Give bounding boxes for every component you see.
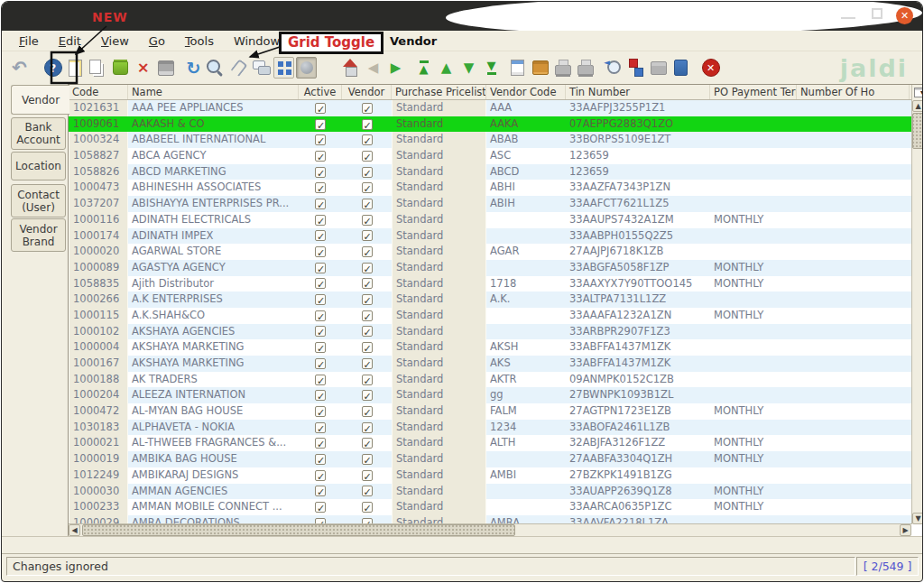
column-header[interactable]: PO Payment Term	[710, 85, 797, 99]
cell-pricelist[interactable]: Standard	[392, 244, 486, 260]
end-window-icon[interactable]	[700, 57, 721, 79]
cell-vendor_code[interactable]	[486, 451, 566, 467]
cell-active[interactable]	[299, 276, 342, 292]
cell-vendor[interactable]	[342, 116, 392, 133]
cell-vendor[interactable]	[342, 308, 392, 324]
cell-code[interactable]: 1000167	[69, 356, 128, 372]
cell-name[interactable]: AL-THWEEB FRAGRANCES &...	[128, 435, 299, 451]
cell-code[interactable]: 1000089	[69, 260, 128, 276]
cell-vendor[interactable]	[342, 324, 392, 340]
cell-name[interactable]: A.K ENTERPRISES	[128, 292, 299, 308]
cell-vendor_code[interactable]: ABIH	[486, 196, 566, 212]
cell-num_ho[interactable]	[797, 435, 910, 451]
cell-active[interactable]	[299, 132, 342, 148]
cell-code[interactable]: 1000004	[69, 339, 128, 356]
cell-vendor[interactable]	[342, 435, 392, 451]
report-icon[interactable]	[507, 57, 528, 79]
checkbox-checked-icon[interactable]	[362, 230, 373, 241]
cell-active[interactable]	[299, 148, 342, 164]
cell-active[interactable]	[299, 435, 342, 451]
cell-vendor[interactable]	[342, 228, 392, 245]
cell-vendor[interactable]	[342, 372, 392, 388]
cell-tin[interactable]: 33AAAFA1232A1ZN	[566, 308, 710, 324]
checkbox-checked-icon[interactable]	[362, 119, 373, 130]
cell-po_term[interactable]	[710, 180, 797, 196]
menu-go[interactable]: Go	[139, 32, 175, 50]
cell-po_term[interactable]: MONTHLY	[710, 260, 797, 276]
zoom-across-icon[interactable]	[603, 57, 624, 79]
checkbox-checked-icon[interactable]	[362, 246, 373, 257]
vertical-scroll-thumb[interactable]	[912, 113, 923, 149]
checkbox-checked-icon[interactable]	[362, 406, 373, 417]
cell-pricelist[interactable]: Standard	[392, 228, 486, 245]
cell-name[interactable]: ABCD MARKETING	[128, 164, 299, 180]
cell-active[interactable]	[299, 228, 342, 245]
cell-po_term[interactable]: MONTHLY	[710, 435, 797, 451]
cell-num_ho[interactable]	[797, 420, 910, 436]
maximize-button[interactable]	[872, 8, 882, 19]
cell-active[interactable]	[299, 244, 342, 260]
cell-num_ho[interactable]	[797, 276, 910, 292]
cell-tin[interactable]: 33AUAPP2639Q1Z8	[566, 484, 710, 500]
checkbox-checked-icon[interactable]	[315, 502, 326, 513]
checkbox-checked-icon[interactable]	[362, 342, 373, 353]
checkbox-checked-icon[interactable]	[362, 454, 373, 465]
cell-name[interactable]: ALPHAVETA - NOKIA	[128, 420, 299, 436]
previous-record-icon[interactable]	[436, 57, 457, 79]
cell-num_ho[interactable]	[797, 403, 910, 420]
cell-vendor_code[interactable]	[486, 324, 566, 340]
cell-tin[interactable]: 33AAFCT7621L1Z5	[566, 196, 710, 212]
menu-edit[interactable]: Edit	[49, 32, 91, 50]
menu-view[interactable]: View	[91, 32, 139, 50]
cell-pricelist[interactable]: Standard	[392, 420, 486, 436]
checkbox-checked-icon[interactable]	[362, 278, 373, 289]
parent-record-icon[interactable]	[363, 57, 383, 79]
cell-tin[interactable]: 32ABJFA3126F1ZZ	[566, 435, 710, 451]
cell-name[interactable]: A.K.SHAH&CO	[128, 308, 299, 324]
cell-code[interactable]: 1000020	[69, 244, 128, 260]
cell-po_term[interactable]	[710, 324, 797, 340]
detail-record-icon[interactable]	[385, 57, 406, 79]
cell-active[interactable]	[299, 451, 342, 467]
cell-pricelist[interactable]: Standard	[392, 196, 486, 212]
cell-name[interactable]: ADINATH ELECTRICALS	[128, 212, 299, 228]
cell-name[interactable]: AMMAN AGENCIES	[128, 484, 299, 500]
cell-code[interactable]: 1000174	[69, 228, 128, 245]
checkbox-checked-icon[interactable]	[362, 151, 373, 162]
checkbox-checked-icon[interactable]	[315, 390, 326, 401]
checkbox-checked-icon[interactable]	[362, 438, 373, 449]
cell-pricelist[interactable]: Standard	[392, 148, 486, 164]
cell-num_ho[interactable]	[797, 467, 910, 484]
cell-vendor_code[interactable]: AAKA	[486, 116, 566, 133]
cell-name[interactable]: AK TRADERS	[128, 372, 299, 388]
print-preview-icon[interactable]	[552, 57, 573, 79]
cell-code[interactable]: 1000030	[69, 484, 128, 500]
cell-name[interactable]: AKSHAYA MARKETING	[128, 356, 299, 372]
checkbox-checked-icon[interactable]	[315, 310, 326, 321]
scroll-left-icon[interactable]: ◀	[69, 524, 80, 536]
cell-tin[interactable]: 07AEPPG2883Q1ZO	[566, 116, 710, 133]
column-header[interactable]: Name	[128, 85, 299, 99]
cell-po_term[interactable]	[710, 420, 797, 436]
cell-num_ho[interactable]	[797, 292, 910, 308]
cell-vendor[interactable]	[342, 420, 392, 436]
cell-pricelist[interactable]: Standard	[392, 372, 486, 388]
cell-active[interactable]	[299, 467, 342, 484]
cell-vendor_code[interactable]	[486, 499, 566, 515]
cell-num_ho[interactable]	[797, 244, 910, 260]
cell-vendor_code[interactable]: AAA	[486, 100, 566, 116]
cell-tin[interactable]: 27AAJPJ6718K1ZB	[566, 244, 710, 260]
checkbox-checked-icon[interactable]	[315, 454, 326, 465]
cell-po_term[interactable]: MONTHLY	[710, 499, 797, 515]
cell-num_ho[interactable]	[797, 324, 910, 340]
cell-active[interactable]	[299, 308, 342, 324]
checkbox-checked-icon[interactable]	[315, 167, 326, 178]
tab-bank-account[interactable]: Bank Account	[11, 117, 66, 150]
cell-vendor[interactable]	[342, 356, 392, 372]
checkbox-checked-icon[interactable]	[315, 486, 326, 496]
cell-code[interactable]: 1000324	[69, 132, 128, 148]
cell-name[interactable]: AMBIKA BAG HOUSE	[128, 451, 299, 467]
checkbox-checked-icon[interactable]	[315, 406, 326, 417]
cell-po_term[interactable]	[710, 164, 797, 180]
cell-vendor_code[interactable]	[486, 308, 566, 324]
